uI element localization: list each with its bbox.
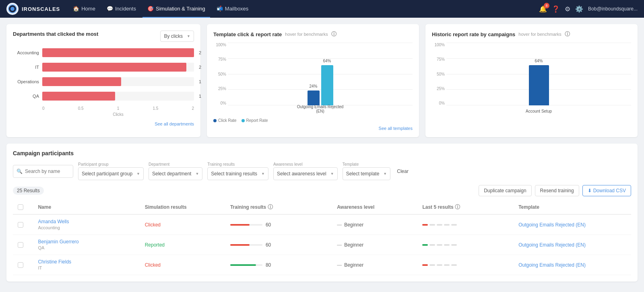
bar-label: Operations [13,79,39,84]
home-icon: 🏠 [73,6,79,12]
nav-incidents[interactable]: 💬 Incidents [102,0,141,18]
participant-group-value: Select participant group [82,171,132,177]
table-row: Amanda Wells Accounting Clicked 60 [13,214,631,235]
download-icon: ⬇ [588,188,592,193]
last5-cell [417,255,514,275]
legend-click-rate: Click Rate [213,118,237,123]
last5-info-icon[interactable]: ⓘ [455,204,460,210]
template-cell: Outgoing Emails Rejected (EN) [514,235,631,255]
participant-name-link[interactable]: Christine Fields [38,259,135,265]
department-select[interactable]: Select department ▼ [149,167,202,180]
train-bar-track [230,244,262,246]
row-checkbox[interactable] [18,222,23,228]
table-row: Benjamin Guerrero QA Reported 60 [13,235,631,255]
dept-bar-chart: Accounting 2 IT 2 Operations [13,47,194,118]
report-rate-bar [321,65,333,105]
participant-name-link[interactable]: Benjamin Guerrero [38,239,135,245]
action-buttons: Duplicate campaign Resend training ⬇ Dow… [479,185,631,196]
sim-result-cell: Clicked [140,255,225,275]
nav-mailboxes[interactable]: 📬 Mailboxes [212,0,254,18]
participants-section: Campaign participants 🔍 Participant grou… [6,144,638,282]
awareness-cell: — Beginner [332,235,417,255]
awareness-select[interactable]: Select awareness level ▼ [273,167,338,180]
aware-dash: — [337,242,342,248]
template-chart-title: Template click & report rate hover for b… [213,31,413,38]
participant-dept: IT [38,265,42,270]
bar-fill [42,63,186,72]
historic-info-icon[interactable]: ⓘ [565,31,570,38]
help-icon[interactable]: ❓ [552,5,560,13]
charts-row: Departments that clicked the most By cli… [6,24,638,137]
template-filter: Template Select template ▼ [343,162,391,180]
historic-chart-title: Historic report rate by campaigns hover … [432,31,631,38]
user-name: Bob@inboundsquare... [588,6,638,12]
legend-report-rate: Report Rate [242,118,268,123]
awareness-level: Beginner [344,242,363,248]
template-x-label-2: (EN) [228,109,413,113]
template-link[interactable]: Outgoing Emails Rejected (EN) [518,242,586,248]
x-axis-label: Clicks [13,112,194,117]
last5-dash [451,224,457,226]
select-all-checkbox[interactable] [18,204,23,210]
th-name: Name [33,200,140,214]
see-all-templates[interactable]: See all templates [213,126,413,131]
apps-icon[interactable]: ⚙ [565,5,570,13]
participant-group-label: Participant group [78,162,144,167]
train-bar-fill [230,224,250,226]
dept-chart-title: Departments that clicked the most [13,31,98,37]
duplicate-campaign-button[interactable]: Duplicate campaign [479,185,531,196]
template-link[interactable]: Outgoing Emails Rejected (EN) [518,262,586,268]
template-link[interactable]: Outgoing Emails Rejected (EN) [518,222,586,228]
dept-filter-select[interactable]: By clicks ▼ [160,31,194,42]
row-checkbox-cell [13,235,33,255]
participants-title: Campaign participants [13,150,631,156]
chevron-down-icon: ▼ [187,34,190,38]
train-result-cell: 60 [225,235,332,255]
clear-button[interactable]: Clear [395,169,410,174]
row-checkbox-cell [13,214,33,235]
chevron-down-icon: ▼ [136,172,140,176]
settings-icon[interactable]: ⚙️ [575,5,583,13]
last5-dot [422,224,428,226]
train-info-icon[interactable]: ⓘ [268,204,273,210]
table-header-row: Name Simulation results Training results… [13,200,631,214]
participant-group-select[interactable]: Select participant group ▼ [78,167,144,180]
participant-name-link[interactable]: Amanda Wells [38,219,135,224]
participants-table: Name Simulation results Training results… [13,200,631,275]
svg-point-1 [10,7,14,11]
last5-dot [422,264,428,266]
notification-badge: 8 [544,3,549,8]
last5-cell [417,214,514,235]
awareness-row: — Beginner [337,242,413,248]
last5-dash [451,244,457,246]
aware-dash: — [337,262,342,268]
awareness-cell: — Beginner [332,255,417,275]
template-select[interactable]: Select template ▼ [343,167,391,180]
download-csv-button[interactable]: ⬇ Download CSV [582,185,631,196]
last5-row [422,264,509,266]
info-icon[interactable]: ⓘ [331,31,336,38]
participant-dept: Accounting [38,225,60,230]
nav-simulation[interactable]: 🎯 Simulation & Training [142,0,210,18]
row-checkbox[interactable] [18,262,23,268]
name-cell: Christine Fields IT [33,255,140,275]
awareness-filter: Awareness level Select awareness level ▼ [273,162,338,180]
search-input[interactable] [25,169,69,174]
dept-chart-card: Departments that clicked the most By cli… [6,24,200,137]
see-all-departments[interactable]: See all departments [13,121,194,126]
search-box[interactable]: 🔍 [13,165,73,178]
template-value: Select template [346,171,380,177]
report-rate-dot [242,119,245,122]
train-score: 80 [266,262,275,268]
template-x-label: Outgoing Emails Rejected [228,105,413,109]
template-cell: Outgoing Emails Rejected (EN) [514,255,631,275]
resend-training-button[interactable]: Resend training [535,185,579,196]
row-checkbox[interactable] [18,242,23,248]
notifications-icon[interactable]: 🔔 8 [539,5,547,13]
nav-home[interactable]: 🏠 Home [68,0,100,18]
train-score: 60 [266,222,275,228]
last5-dash [437,244,442,246]
awareness-cell: — Beginner [332,214,417,235]
training-results-select[interactable]: Select training results ▼ [207,167,268,180]
bar-label: IT [13,65,39,70]
